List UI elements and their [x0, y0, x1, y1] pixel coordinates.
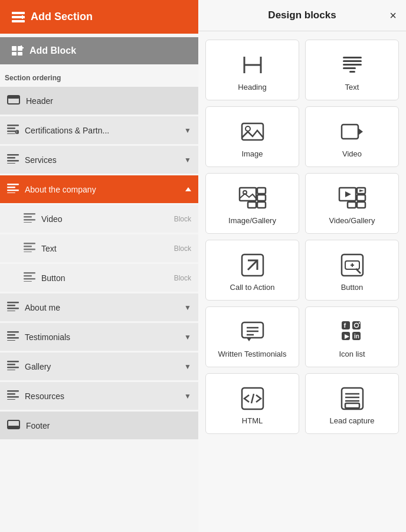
section-item-testimonials[interactable]: Testimonials ▼ [0, 323, 198, 351]
section-item-footer[interactable]: Footer [0, 412, 198, 439]
svg-rect-40 [7, 305, 15, 306]
call-to-action-icon [240, 252, 266, 278]
svg-rect-20 [7, 157, 15, 159]
text-label: Text [345, 83, 359, 92]
resources-arrow[interactable]: ▼ [184, 392, 191, 400]
section-item-button-block[interactable]: Button Block [0, 264, 198, 292]
about-me-arrow[interactable]: ▼ [184, 303, 191, 312]
section-item-certifications[interactable]: ↕ Certifications & Partn... ▼ [0, 116, 198, 144]
block-card-lead-capture[interactable]: Lead capture [305, 373, 399, 434]
video-icon [339, 119, 365, 145]
section-item-header[interactable]: Header [0, 87, 198, 115]
left-panel: Add Section Add Block Section ordering H… [0, 0, 198, 532]
section-item-text-block[interactable]: Text Block [0, 234, 198, 262]
block-card-image-gallery[interactable]: Image/Gallery [205, 173, 299, 234]
text-icon [339, 52, 365, 78]
svg-rect-45 [7, 337, 19, 339]
svg-point-97 [358, 322, 359, 324]
svg-rect-42 [7, 311, 15, 311]
testimonials-arrow[interactable]: ▼ [184, 333, 191, 341]
section-item-about-me[interactable]: About me ▼ [0, 293, 198, 321]
svg-rect-49 [7, 367, 19, 368]
block-card-icon-list[interactable]: f in Icon list [305, 306, 399, 367]
svg-marker-78 [359, 190, 364, 192]
html-icon [240, 386, 266, 412]
section-ordering-label: Section ordering [0, 70, 198, 87]
close-button[interactable]: × [389, 9, 397, 22]
svg-rect-108 [345, 403, 359, 408]
about-company-arrow[interactable] [185, 187, 191, 191]
resources-reorder-icon [7, 390, 19, 402]
section-item-gallery[interactable]: Gallery ▼ [0, 353, 198, 380]
section-item-video-block[interactable]: Video Block [0, 205, 198, 233]
svg-rect-27 [24, 213, 35, 215]
footer-label: Footer [26, 421, 191, 430]
svg-rect-63 [343, 67, 356, 69]
block-card-text[interactable]: Text [305, 40, 399, 100]
block-card-written-testimonials[interactable]: Written Testimonials [205, 306, 299, 367]
section-item-resources[interactable]: Resources ▼ [0, 382, 198, 410]
section-item-about-company[interactable]: About the company [0, 175, 198, 203]
block-card-heading[interactable]: Heading [205, 40, 299, 100]
svg-rect-19 [7, 154, 19, 156]
video-block-label: Video [41, 214, 168, 224]
certifications-arrow[interactable]: ▼ [184, 126, 191, 135]
resources-label: Resources [25, 391, 178, 401]
design-blocks-title: Design blocks [268, 9, 336, 21]
svg-rect-65 [242, 123, 263, 140]
blocks-grid: Heading Text [198, 31, 406, 442]
svg-rect-10 [19, 47, 24, 48]
svg-rect-23 [7, 184, 19, 185]
svg-rect-41 [7, 308, 19, 309]
svg-marker-76 [345, 191, 351, 197]
block-card-button[interactable]: Button [305, 240, 399, 301]
svg-rect-50 [7, 370, 15, 370]
gallery-arrow[interactable]: ▼ [184, 363, 191, 371]
svg-rect-4 [20, 17, 25, 18]
svg-rect-74 [257, 202, 266, 208]
svg-rect-61 [343, 60, 362, 62]
services-arrow[interactable]: ▼ [184, 156, 191, 164]
about-me-reorder-icon [7, 302, 19, 313]
video-block-reorder-icon [24, 213, 35, 224]
svg-rect-38 [24, 281, 32, 282]
header-block-icon [7, 95, 20, 106]
svg-rect-25 [7, 190, 19, 191]
svg-rect-29 [24, 219, 35, 221]
text-block-reorder-icon [24, 243, 35, 254]
block-card-image[interactable]: Image [205, 106, 299, 167]
image-gallery-icon [238, 185, 267, 211]
gallery-label: Gallery [25, 362, 178, 371]
certifications-label: Certifications & Partn... [25, 126, 178, 135]
button-icon [339, 252, 365, 278]
block-card-video-gallery[interactable]: Video/Gallery [305, 173, 399, 234]
svg-rect-36 [24, 275, 32, 277]
svg-rect-48 [7, 364, 15, 365]
html-label: HTML [242, 416, 263, 425]
svg-rect-12 [8, 96, 19, 99]
section-item-services[interactable]: Services ▼ [0, 146, 198, 174]
block-card-video[interactable]: Video [305, 106, 399, 167]
svg-rect-60 [343, 57, 362, 58]
svg-rect-13 [7, 125, 19, 126]
block-card-call-to-action[interactable]: Call to Action [205, 240, 299, 301]
block-card-html[interactable]: HTML [205, 373, 299, 434]
svg-rect-28 [24, 216, 32, 218]
button-label: Button [341, 283, 364, 292]
testimonials-reorder-icon [7, 331, 19, 342]
svg-rect-64 [349, 71, 355, 73]
button-block-reorder-icon [24, 272, 35, 283]
svg-rect-54 [7, 399, 15, 400]
about-company-reorder-icon [7, 184, 19, 195]
svg-rect-5 [12, 46, 17, 51]
button-block-label: Button [41, 273, 168, 283]
video-block-tag: Block [174, 215, 191, 223]
testimonials-label: Testimonials [25, 332, 178, 342]
video-gallery-icon [338, 185, 366, 211]
gallery-reorder-icon [7, 361, 19, 372]
add-block-button[interactable]: Add Block [0, 37, 198, 64]
svg-line-83 [248, 260, 257, 270]
svg-rect-34 [24, 252, 32, 252]
svg-rect-81 [357, 202, 365, 208]
add-section-button[interactable]: Add Section [0, 0, 198, 34]
